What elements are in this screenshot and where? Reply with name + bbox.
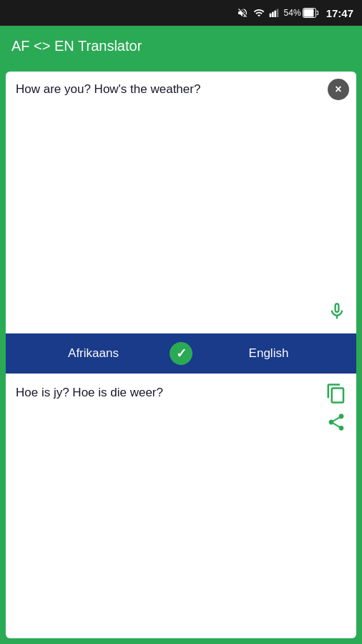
mic-button[interactable] bbox=[325, 299, 349, 323]
muted-icon bbox=[236, 7, 249, 19]
output-text: Hoe is jy? Hoe is die weer? bbox=[16, 386, 163, 399]
share-icon bbox=[326, 412, 346, 432]
clear-icon: × bbox=[335, 84, 341, 95]
output-card: Hoe is jy? Hoe is die weer? bbox=[6, 374, 356, 638]
svg-rect-5 bbox=[303, 9, 313, 17]
svg-rect-3 bbox=[276, 9, 278, 17]
svg-rect-1 bbox=[272, 12, 274, 17]
battery-percent: 54% bbox=[284, 8, 301, 18]
status-icons: 54% 17:47 bbox=[236, 7, 353, 19]
target-language-button[interactable]: English bbox=[181, 333, 356, 374]
status-bar: 54% 17:47 bbox=[0, 0, 362, 26]
language-bar: Afrikaans ✓ English bbox=[6, 333, 356, 374]
main-content: × Afrikaans ✓ English Hoe is jy? Hoe is … bbox=[0, 66, 362, 644]
status-time: 17:47 bbox=[326, 7, 353, 19]
battery-icon: 54% bbox=[284, 8, 318, 18]
svg-rect-2 bbox=[274, 11, 276, 17]
copy-button[interactable] bbox=[323, 381, 349, 406]
svg-rect-0 bbox=[269, 14, 271, 17]
mic-icon bbox=[327, 301, 347, 321]
input-text-field[interactable] bbox=[16, 80, 318, 263]
swap-language-button[interactable]: ✓ bbox=[168, 341, 194, 366]
check-icon: ✓ bbox=[176, 346, 187, 361]
wifi-icon bbox=[253, 7, 265, 19]
app-header: AF <> EN Translator bbox=[0, 26, 362, 66]
source-language-button[interactable]: Afrikaans bbox=[6, 333, 181, 374]
target-language-label: English bbox=[249, 346, 289, 361]
source-language-label: Afrikaans bbox=[68, 346, 119, 361]
clear-button[interactable]: × bbox=[328, 79, 349, 100]
app-title: AF <> EN Translator bbox=[11, 38, 142, 54]
signal-icon bbox=[269, 7, 280, 19]
copy-icon bbox=[326, 383, 347, 404]
input-card: × bbox=[6, 72, 356, 333]
share-button[interactable] bbox=[323, 409, 349, 435]
